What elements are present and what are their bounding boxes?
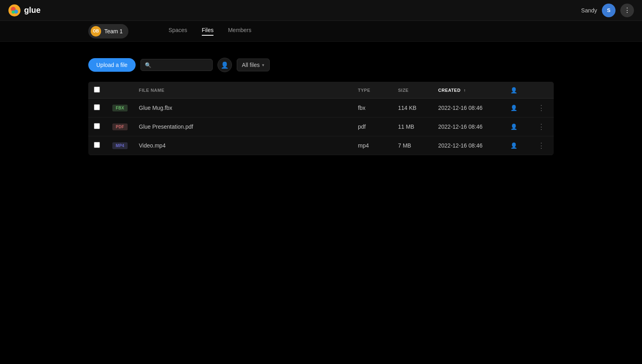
team-selector[interactable]: OB Team 1 [88, 24, 128, 38]
row-filename: Glue Mug.fbx [133, 99, 352, 117]
row-checkbox[interactable] [94, 142, 100, 148]
row-size: 11 MB [392, 117, 433, 136]
row-more-cell: ⋮ [529, 99, 554, 117]
top-navbar: glue Sandy S ⋮ [0, 0, 642, 21]
row-badge-cell: PDF [107, 117, 133, 136]
person-filter-icon: 👤 [221, 61, 229, 69]
filter-label: All files [242, 62, 260, 68]
header-person: 👤 [505, 82, 529, 99]
toolbar: Upload a file 🔍 👤 All files ▾ [88, 58, 554, 72]
file-type-badge: MP4 [112, 142, 128, 149]
select-all-checkbox[interactable] [94, 87, 100, 93]
row-type: fbx [352, 99, 392, 117]
table-header-row: FILE NAME TYPE SIZE CREATED ↑ 👤 [88, 82, 554, 99]
row-type: pdf [352, 117, 392, 136]
upload-button[interactable]: Upload a file [88, 58, 136, 72]
svg-point-3 [12, 10, 15, 14]
table-row: PDF Glue Presentation.pdf pdf 11 MB 2022… [88, 117, 554, 136]
row-size: 7 MB [392, 136, 433, 155]
header-more [529, 82, 554, 99]
row-created: 2022-12-16 08:46 [433, 136, 505, 155]
header-size: SIZE [392, 82, 433, 99]
dropdown-arrow-icon: ▾ [262, 63, 264, 68]
search-input[interactable] [154, 62, 208, 68]
header-created[interactable]: CREATED ↑ [433, 82, 505, 99]
row-person-icon[interactable]: 👤 [505, 99, 529, 117]
row-checkbox-cell [88, 136, 107, 155]
file-type-badge: FBX [112, 105, 128, 111]
file-table-body: FBX Glue Mug.fbx fbx 114 KB 2022-12-16 0… [88, 99, 554, 155]
person-column-icon: 👤 [510, 87, 518, 93]
row-person-icon[interactable]: 👤 [505, 117, 529, 136]
row-person-icon[interactable]: 👤 [505, 136, 529, 155]
row-type: mp4 [352, 136, 392, 155]
row-filename: Video.mp4 [133, 136, 352, 155]
logo-text: glue [24, 6, 41, 15]
row-more-cell: ⋮ [529, 117, 554, 136]
header-type: TYPE [352, 82, 392, 99]
user-name: Sandy [581, 7, 597, 14]
search-icon: 🔍 [145, 62, 151, 68]
row-more-button[interactable]: ⋮ [534, 140, 548, 151]
file-table: FILE NAME TYPE SIZE CREATED ↑ 👤 FBX Glue… [88, 82, 554, 155]
sort-arrow-icon: ↑ [463, 88, 466, 93]
header-filename: FILE NAME [133, 82, 352, 99]
team-name: Team 1 [104, 28, 123, 34]
row-created: 2022-12-16 08:46 [433, 99, 505, 117]
row-size: 114 KB [392, 99, 433, 117]
table-row: FBX Glue Mug.fbx fbx 114 KB 2022-12-16 0… [88, 99, 554, 117]
header-checkbox-cell [88, 82, 107, 99]
header-badge-cell [107, 82, 133, 99]
filter-dropdown[interactable]: All files ▾ [237, 59, 270, 71]
file-type-badge: PDF [112, 123, 128, 130]
nav-files[interactable]: Files [202, 27, 214, 36]
row-checkbox[interactable] [94, 104, 100, 110]
table-row: MP4 Video.mp4 mp4 7 MB 2022-12-16 08:46 … [88, 136, 554, 155]
row-more-button[interactable]: ⋮ [534, 102, 548, 113]
user-avatar[interactable]: S [602, 4, 616, 17]
more-menu-button[interactable]: ⋮ [620, 4, 634, 17]
row-checkbox-cell [88, 117, 107, 136]
nav-members[interactable]: Members [228, 27, 251, 36]
main-content: Upload a file 🔍 👤 All files ▾ FILE NAME … [0, 42, 642, 171]
row-badge-cell: MP4 [107, 136, 133, 155]
person-filter-button[interactable]: 👤 [217, 58, 232, 72]
row-more-button[interactable]: ⋮ [534, 121, 548, 132]
top-right: Sandy S ⋮ [581, 4, 634, 17]
row-checkbox-cell [88, 99, 107, 117]
logo-area: glue [8, 4, 41, 17]
search-box: 🔍 [140, 59, 213, 71]
nav-spaces[interactable]: Spaces [169, 27, 187, 36]
row-badge-cell: FBX [107, 99, 133, 117]
row-filename: Glue Presentation.pdf [133, 117, 352, 136]
row-created: 2022-12-16 08:46 [433, 117, 505, 136]
team-avatar: OB [91, 26, 101, 36]
secondary-nav: OB Team 1 Spaces Files Members [0, 21, 642, 42]
glue-logo-icon [8, 4, 21, 17]
row-checkbox[interactable] [94, 123, 100, 129]
row-more-cell: ⋮ [529, 136, 554, 155]
nav-links: Spaces Files Members [169, 27, 252, 36]
